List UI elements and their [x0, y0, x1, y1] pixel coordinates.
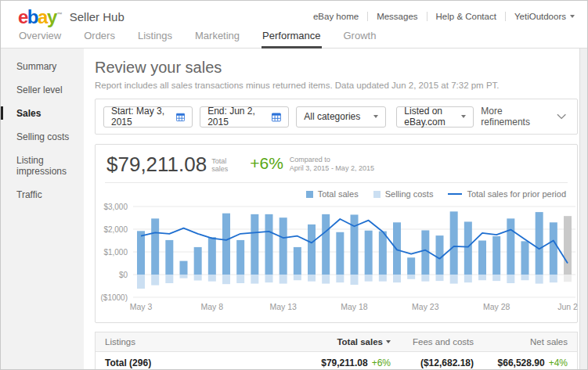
end-date-field[interactable]: End: Jun 2, 2015	[200, 106, 289, 128]
tab-listings[interactable]: Listings	[137, 27, 173, 48]
legend-item-selling-costs: Selling costs	[373, 189, 434, 199]
total-sales-bar[interactable]	[208, 237, 216, 275]
total-sales-bar[interactable]	[251, 214, 258, 275]
total-sales-bar[interactable]	[336, 232, 344, 275]
tab-overview[interactable]: Overview	[18, 27, 62, 48]
total-sales-bar[interactable]	[507, 218, 514, 275]
total-sales-bar[interactable]	[393, 222, 401, 275]
sales-chart[interactable]: $3,000$2,000$1,000$0($1000)May 3May 8May…	[96, 199, 579, 316]
col-header-total-sales[interactable]: Total sales	[295, 337, 391, 347]
more-refinements-button[interactable]: More refinements	[481, 106, 569, 128]
sidebar-item-listing-impressions[interactable]: Listing impressions	[1, 149, 84, 183]
chevron-down-icon	[461, 115, 466, 118]
selling-costs-bar[interactable]	[464, 275, 472, 282]
col-header-net-sales[interactable]: Net sales	[474, 337, 568, 347]
ebay-logo[interactable]: ebay™	[18, 5, 63, 27]
total-sales-bar[interactable]	[236, 240, 244, 275]
chevron-down-icon	[570, 15, 575, 18]
total-sales-bar[interactable]	[265, 214, 273, 275]
total-sales-bar[interactable]	[478, 241, 486, 275]
selling-costs-bar[interactable]	[536, 275, 543, 284]
selling-costs-bar[interactable]	[393, 275, 401, 282]
tab-performance[interactable]: Performance	[262, 27, 321, 48]
top-link-help-contact[interactable]: Help & Contact	[427, 12, 506, 21]
selling-costs-bar[interactable]	[222, 275, 230, 284]
value: $66,528.90	[498, 357, 545, 368]
account-menu[interactable]: YetiOutdoors	[506, 12, 578, 21]
selling-costs-bar[interactable]	[294, 275, 301, 280]
total-sales-bar[interactable]	[351, 214, 359, 275]
tab-orders[interactable]: Orders	[83, 27, 116, 48]
selling-costs-bar[interactable]	[251, 275, 258, 284]
selling-costs-bar[interactable]	[165, 275, 173, 283]
selling-costs-bar[interactable]	[137, 275, 145, 289]
selling-costs-bar[interactable]	[336, 275, 344, 282]
sidebar-item-label: Selling costs	[16, 131, 69, 142]
start-date-field[interactable]: Start: May 3, 2015	[103, 106, 193, 128]
total-sales-bar[interactable]	[521, 241, 529, 275]
selling-costs-bar[interactable]	[492, 275, 500, 281]
selling-costs-bar[interactable]	[280, 275, 287, 284]
total-sales-bar[interactable]	[564, 216, 572, 275]
category-select[interactable]: All categories	[296, 106, 386, 128]
total-sales-bar[interactable]	[280, 217, 287, 275]
sidebar-item-traffic[interactable]: Traffic	[1, 183, 84, 207]
col-header-fees[interactable]: Fees and costs	[391, 337, 474, 347]
sidebar-item-label: Seller level	[16, 84, 63, 95]
selling-costs-bar[interactable]	[365, 275, 373, 282]
sidebar-item-summary[interactable]: Summary	[1, 55, 84, 78]
selling-costs-bar[interactable]	[194, 275, 202, 281]
selling-costs-bar[interactable]	[564, 275, 572, 282]
selling-costs-bar[interactable]	[450, 275, 458, 284]
total-sales-bar[interactable]	[222, 214, 230, 275]
tab-marketing[interactable]: Marketing	[194, 27, 240, 48]
account-name: YetiOutdoors	[514, 12, 566, 21]
net-sales-cell: $66,528.90+4%	[474, 357, 568, 368]
total-sales-bar[interactable]	[436, 235, 444, 275]
col-header-listings[interactable]: Listings	[105, 337, 295, 347]
total-sales-bar[interactable]	[137, 231, 145, 275]
total-sales-bar[interactable]	[365, 231, 373, 275]
selling-costs-bar[interactable]	[151, 275, 159, 286]
top-link-ebay-home[interactable]: eBay home	[305, 12, 368, 21]
selling-costs-bar[interactable]	[236, 275, 244, 283]
content: Review your sales Report includes all sa…	[84, 48, 579, 370]
total-sales-bar[interactable]	[294, 247, 301, 275]
selling-costs-bar[interactable]	[351, 275, 359, 285]
total-sales-bar[interactable]	[550, 222, 557, 275]
total-sales-bar[interactable]	[379, 232, 387, 275]
selling-costs-bar[interactable]	[436, 275, 444, 281]
total-sales-bar[interactable]	[165, 240, 173, 275]
selling-costs-bar[interactable]	[208, 275, 216, 282]
total-sales-bar[interactable]	[492, 236, 500, 275]
tab-growth[interactable]: Growth	[343, 27, 377, 48]
selling-costs-bar[interactable]	[308, 275, 316, 282]
right-gutter-scroll-area[interactable]	[579, 48, 587, 370]
selling-costs-bar[interactable]	[180, 275, 188, 278]
x-axis-tick-label: Jun 2	[557, 302, 578, 311]
total-sales-bar[interactable]	[322, 214, 330, 275]
selling-costs-bar[interactable]	[322, 275, 330, 284]
selling-costs-bar[interactable]	[379, 275, 387, 282]
total-sales-bar[interactable]	[308, 225, 316, 275]
selling-costs-bar[interactable]	[407, 275, 415, 279]
total-sales-bar[interactable]	[464, 221, 472, 275]
total-sales-bar[interactable]	[536, 212, 543, 275]
selling-costs-bar[interactable]	[265, 275, 273, 282]
sidebar-item-selling-costs[interactable]: Selling costs	[1, 125, 84, 149]
sidebar-item-sales[interactable]: Sales	[1, 102, 84, 125]
selling-costs-bar[interactable]	[550, 275, 557, 282]
total-sales-bar[interactable]	[151, 218, 159, 275]
selling-costs-bar[interactable]	[521, 275, 529, 280]
top-link-messages[interactable]: Messages	[368, 12, 427, 21]
selling-costs-bar[interactable]	[478, 275, 486, 280]
total-sales-bar[interactable]	[194, 247, 202, 275]
total-sales-bar[interactable]	[180, 261, 188, 275]
selling-costs-bar[interactable]	[421, 275, 429, 282]
sidebar-item-label: Traffic	[16, 189, 42, 200]
sidebar-item-seller-level[interactable]: Seller level	[1, 78, 84, 102]
total-sales-bar[interactable]	[407, 257, 415, 275]
site-select[interactable]: Listed on eBay.com	[396, 106, 474, 128]
total-sales-bar[interactable]	[450, 211, 458, 275]
selling-costs-bar[interactable]	[507, 275, 514, 283]
